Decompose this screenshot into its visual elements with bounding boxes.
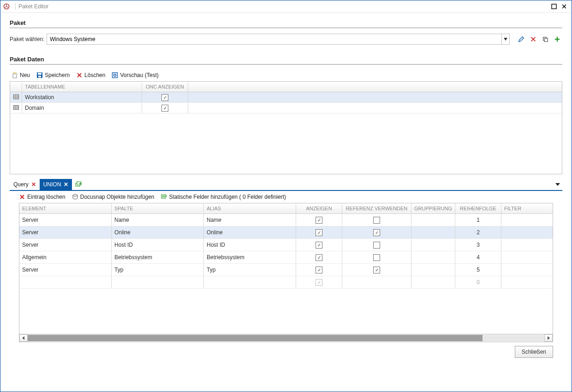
tab-menu-button[interactable]	[553, 180, 562, 189]
cell-referenz[interactable]	[342, 239, 411, 251]
table-row[interactable]: Workstation✓	[10, 92, 562, 103]
cell-alias[interactable]: Online	[204, 226, 296, 238]
cell-gruppierung[interactable]	[411, 239, 455, 251]
tab-union[interactable]: UNION✕	[40, 179, 72, 190]
qgrid-col-reihenfolge-header[interactable]: REIHENFOLGE	[455, 203, 501, 214]
loeschen-button[interactable]: Löschen	[76, 72, 105, 78]
table-row[interactable]: ServerTypTyp✓✓5	[19, 264, 553, 276]
cell-spalte[interactable]: Host ID	[112, 239, 204, 251]
cell-spalte[interactable]: Name	[112, 214, 204, 226]
cell-anzeigen[interactable]: ✓	[296, 251, 342, 263]
cell-gruppierung[interactable]	[411, 214, 455, 226]
checkbox-icon[interactable]: ✓	[373, 229, 380, 236]
cell-spalte[interactable]	[112, 276, 204, 288]
qgrid-col-element-header[interactable]: ELEMENT	[19, 203, 112, 214]
tab-query[interactable]: Query✕	[10, 179, 40, 190]
cell-filter[interactable]	[501, 276, 553, 288]
checkbox-icon[interactable]: ✓	[161, 105, 168, 112]
row-tabellenname-cell[interactable]: Domain	[22, 103, 142, 113]
cell-reihenfolge[interactable]: 3	[455, 239, 501, 251]
cell-anzeigen[interactable]: ✓	[296, 264, 342, 276]
vorschau-button[interactable]: Vorschau (Test)	[112, 72, 158, 78]
cell-element[interactable]: Server	[19, 239, 112, 251]
cell-reihenfolge[interactable]: 2	[455, 226, 501, 238]
cell-alias[interactable]: Typ	[204, 264, 296, 276]
cell-element[interactable]: Server	[19, 214, 112, 226]
cell-referenz[interactable]	[342, 251, 411, 263]
cell-alias[interactable]: Betriebssystem	[204, 251, 296, 263]
cell-gruppierung[interactable]	[411, 251, 455, 263]
cell-reihenfolge[interactable]: 0	[455, 276, 501, 288]
table-row[interactable]: ServerOnlineOnline✓✓2	[19, 226, 553, 239]
cell-alias[interactable]: Name	[204, 214, 296, 226]
cell-reihenfolge[interactable]: 5	[455, 264, 501, 276]
scroll-right-icon[interactable]	[544, 334, 553, 342]
cell-reihenfolge[interactable]: 4	[455, 251, 501, 263]
checkbox-icon[interactable]: ✓	[161, 94, 168, 101]
speichern-button[interactable]: Speichern	[36, 72, 70, 78]
cell-spalte[interactable]: Typ	[112, 264, 204, 276]
table-row[interactable]: Domain✓	[10, 103, 562, 113]
tab-close-icon[interactable]: ✕	[31, 181, 36, 188]
qgrid-col-alias-header[interactable]: ALIAS	[204, 203, 296, 214]
cell-element[interactable]: Server	[19, 264, 112, 276]
table-row[interactable]: ServerHost IDHost ID✓3	[19, 239, 553, 251]
cell-anzeigen[interactable]: ✓	[296, 214, 342, 226]
table-row[interactable]: ServerNameName✓1	[19, 214, 553, 226]
paket-select[interactable]	[47, 34, 510, 45]
edit-paket-button[interactable]	[516, 34, 526, 44]
docusnap-add-button[interactable]: Docusnap Objekte hinzufügen	[72, 194, 155, 200]
cell-gruppierung[interactable]	[411, 264, 455, 276]
cell-reihenfolge[interactable]: 1	[455, 214, 501, 226]
grid1-col-tabellenname-header[interactable]: TABELLENNAME	[22, 82, 142, 92]
checkbox-icon[interactable]	[373, 217, 380, 224]
checkbox-icon[interactable]	[373, 242, 380, 249]
row-onc-cell[interactable]: ✓	[142, 103, 188, 113]
scroll-track[interactable]	[28, 335, 544, 341]
cell-referenz[interactable]	[342, 276, 411, 288]
cell-spalte[interactable]: Betriebssystem	[112, 251, 204, 263]
add-paket-button[interactable]	[552, 34, 562, 44]
cell-anzeigen[interactable]: ✓	[296, 226, 342, 238]
cell-element[interactable]	[19, 276, 112, 288]
checkbox-icon[interactable]: ✓	[316, 217, 322, 224]
cell-filter[interactable]	[501, 239, 553, 251]
delete-paket-button[interactable]	[528, 34, 538, 44]
cell-referenz[interactable]	[342, 214, 411, 226]
row-tabellenname-cell[interactable]: Workstation	[22, 92, 142, 102]
table-row[interactable]: AllgemeinBetriebssystemBetriebssystem✓4	[19, 251, 553, 264]
neu-button[interactable]: Neu	[12, 72, 30, 78]
scroll-left-icon[interactable]	[19, 334, 28, 342]
qgrid-col-referenz-header[interactable]: REFERENZ VERWENDEN	[342, 203, 411, 214]
cell-spalte[interactable]: Online	[112, 226, 204, 238]
cell-referenz[interactable]: ✓	[342, 226, 411, 238]
add-tab-button[interactable]	[74, 180, 83, 189]
grid1-col-icon-header[interactable]	[10, 82, 22, 92]
maximize-button[interactable]	[549, 2, 559, 11]
cell-filter[interactable]	[501, 214, 553, 226]
cell-referenz[interactable]: ✓	[342, 264, 411, 276]
checkbox-icon[interactable]: ✓	[373, 267, 380, 273]
checkbox-icon[interactable]: ✓	[316, 229, 322, 236]
cell-filter[interactable]	[501, 226, 553, 238]
cell-element[interactable]: Allgemein	[19, 251, 112, 263]
cell-anzeigen[interactable]: ✓	[296, 239, 342, 251]
qgrid-col-anzeigen-header[interactable]: ANZEIGEN	[296, 203, 342, 214]
cell-filter[interactable]	[501, 251, 553, 263]
copy-paket-button[interactable]	[540, 34, 550, 44]
tab-close-icon[interactable]: ✕	[64, 181, 68, 188]
cell-alias[interactable]: Host ID	[204, 239, 296, 251]
statische-felder-button[interactable]: Statische Felder hinzufügen ( 0 Felder d…	[161, 194, 286, 200]
paket-select-dropdown-icon[interactable]	[501, 34, 509, 44]
checkbox-icon[interactable]	[373, 254, 380, 261]
cell-anzeigen[interactable]: ✓	[296, 276, 342, 288]
close-dialog-button[interactable]: Schließen	[515, 346, 553, 358]
grid1-col-onc-header[interactable]: ONC ANZEIGEN	[142, 82, 188, 92]
cell-alias[interactable]	[204, 276, 296, 288]
checkbox-icon[interactable]: ✓	[316, 242, 322, 249]
checkbox-icon[interactable]: ✓	[316, 254, 322, 261]
cell-element[interactable]: Server	[19, 226, 112, 238]
query-grid-hscrollbar[interactable]	[19, 334, 553, 342]
cell-gruppierung[interactable]	[411, 276, 455, 288]
close-button[interactable]	[560, 2, 569, 11]
